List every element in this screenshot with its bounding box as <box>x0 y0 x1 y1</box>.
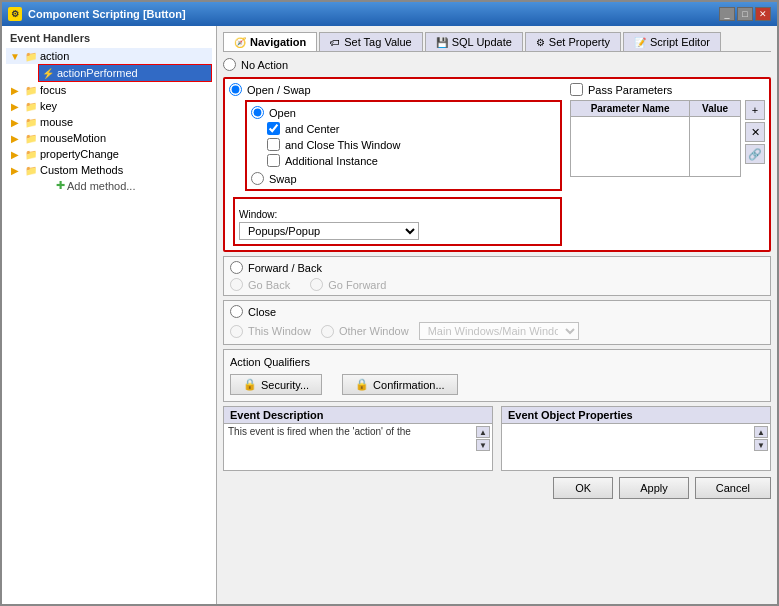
tree-item-action-performed[interactable]: ⚡ actionPerformed <box>38 64 212 82</box>
folder-icon-mouse: ▶ <box>8 115 22 129</box>
tab-set-property[interactable]: ⚙ Set Property <box>525 32 621 51</box>
security-button[interactable]: 🔒 Security... <box>230 374 322 395</box>
open-radio[interactable] <box>251 106 264 119</box>
tab-script-editor[interactable]: 📝 Script Editor <box>623 32 721 51</box>
param-name-cell <box>571 117 690 177</box>
and-center-checkbox[interactable] <box>267 122 280 135</box>
title-bar: ⚙ Component Scripting [Button] _ □ ✕ <box>2 2 777 26</box>
apply-button[interactable]: Apply <box>619 477 689 499</box>
ok-button[interactable]: OK <box>553 477 613 499</box>
event-object-section: Event Object Properties ▲ ▼ <box>501 406 771 471</box>
other-window-radio[interactable] <box>321 325 334 338</box>
confirmation-button[interactable]: 🔒 Confirmation... <box>342 374 458 395</box>
tab-set-tag-value[interactable]: 🏷 Set Tag Value <box>319 32 422 51</box>
swap-label: Swap <box>269 173 297 185</box>
no-action-radio[interactable] <box>223 58 236 71</box>
tab-sql-update[interactable]: 💾 SQL Update <box>425 32 523 51</box>
close-button[interactable]: ✕ <box>755 7 771 21</box>
tree-folder-key[interactable]: ▶ 📁 key <box>6 98 212 114</box>
tab-navigation[interactable]: 🧭 Navigation <box>223 32 317 51</box>
sql-update-tab-label: SQL Update <box>452 36 512 48</box>
this-window-radio-label[interactable]: This Window <box>230 325 311 338</box>
folder-icon-focus: ▶ <box>8 83 22 97</box>
tree-folder-focus[interactable]: ▶ 📁 focus <box>6 82 212 98</box>
mouse-folder-icon: 📁 <box>24 115 38 129</box>
focus-folder-icon: 📁 <box>24 83 38 97</box>
event-icon: ⚡ <box>41 66 55 80</box>
and-center-checkbox-label[interactable]: and Center <box>267 122 556 135</box>
tree-folder-action[interactable]: ▼ 📁 action <box>6 48 212 64</box>
left-panel: Event Handlers ▼ 📁 action ⚡ actionPerfor… <box>2 26 217 604</box>
security-btn-label: Security... <box>261 379 309 391</box>
params-table: Parameter Name Value <box>570 100 741 177</box>
qualifier-buttons: 🔒 Security... 🔒 Confirmation... <box>230 374 764 395</box>
set-property-tab-icon: ⚙ <box>536 37 545 48</box>
minimize-button[interactable]: _ <box>719 7 735 21</box>
key-folder-icon: 📁 <box>24 99 38 113</box>
event-desc-scrollbar: ▲ ▼ <box>476 426 490 451</box>
additional-instance-checkbox[interactable] <box>267 154 280 167</box>
tree-folder-mouse[interactable]: ▶ 📁 mouse <box>6 114 212 130</box>
action-qualifiers-section: Action Qualifiers 🔒 Security... 🔒 Confir… <box>223 349 771 402</box>
scroll-up-button[interactable]: ▲ <box>476 426 490 438</box>
tree-folder-custom-methods[interactable]: ▶ 📁 Custom Methods <box>6 162 212 178</box>
event-obj-scroll-up[interactable]: ▲ <box>754 426 768 438</box>
close-this-window-checkbox-label[interactable]: and Close This Window <box>267 138 556 151</box>
go-forward-label: Go Forward <box>328 279 386 291</box>
event-obj-scroll-down[interactable]: ▼ <box>754 439 768 451</box>
forward-back-radio[interactable] <box>230 261 243 274</box>
open-swap-radio-label[interactable]: Open / Swap <box>229 83 562 96</box>
close-radio-label[interactable]: Close <box>230 305 764 318</box>
window-select[interactable]: Popups/Popup Main Windows/Main Window 1 <box>239 222 419 240</box>
tree-folder-property-change[interactable]: ▶ 📁 propertyChange <box>6 146 212 162</box>
open-swap-section: Open / Swap Open and Center <box>223 77 771 252</box>
set-tag-value-tab-icon: 🏷 <box>330 37 340 48</box>
window-label: Window: <box>239 209 556 220</box>
add-method-link[interactable]: ✚ Add method... <box>54 178 212 193</box>
close-radio[interactable] <box>230 305 243 318</box>
forward-back-inner: Go Back Go Forward <box>230 278 764 291</box>
go-forward-radio[interactable] <box>310 278 323 291</box>
this-window-radio[interactable] <box>230 325 243 338</box>
mouse-motion-folder-icon: 📁 <box>24 131 38 145</box>
navigation-content: No Action Open / Swap <box>223 58 771 598</box>
additional-instance-checkbox-label[interactable]: Additional Instance <box>267 154 556 167</box>
content-area: Event Handlers ▼ 📁 action ⚡ actionPerfor… <box>2 26 777 604</box>
link-param-button[interactable]: 🔗 <box>745 144 765 164</box>
forward-back-radio-label[interactable]: Forward / Back <box>230 261 764 274</box>
open-swap-radio[interactable] <box>229 83 242 96</box>
close-this-window-label: and Close This Window <box>285 139 400 151</box>
right-panel: 🧭 Navigation 🏷 Set Tag Value 💾 SQL Updat… <box>217 26 777 604</box>
params-table-container: Parameter Name Value <box>570 100 765 177</box>
key-label: key <box>40 100 57 112</box>
swap-radio[interactable] <box>251 172 264 185</box>
sql-update-tab-icon: 💾 <box>436 37 448 48</box>
maximize-button[interactable]: □ <box>737 7 753 21</box>
cancel-button[interactable]: Cancel <box>695 477 771 499</box>
swap-radio-label[interactable]: Swap <box>251 172 556 185</box>
other-window-radio-label[interactable]: Other Window <box>321 325 409 338</box>
scroll-down-button[interactable]: ▼ <box>476 439 490 451</box>
delete-param-button[interactable]: ✕ <box>745 122 765 142</box>
event-desc-content: This event is fired when the 'action' of… <box>223 423 493 471</box>
add-param-button[interactable]: + <box>745 100 765 120</box>
tree-folder-mouse-motion[interactable]: ▶ 📁 mouseMotion <box>6 130 212 146</box>
navigation-tab-label: Navigation <box>250 36 306 48</box>
other-window-select[interactable]: Main Windows/Main Window 1 <box>419 322 579 340</box>
event-description-section: Event Description This event is fired wh… <box>223 406 493 471</box>
forward-back-label: Forward / Back <box>248 262 322 274</box>
script-editor-tab-label: Script Editor <box>650 36 710 48</box>
go-back-radio[interactable] <box>230 278 243 291</box>
pass-params-section: Pass Parameters Parameter Name Value <box>570 83 765 246</box>
action-label: action <box>40 50 69 62</box>
folder-expand-icon: ▼ <box>8 49 22 63</box>
go-forward-radio-label[interactable]: Go Forward <box>310 278 386 291</box>
no-action-radio-label[interactable]: No Action <box>223 58 771 71</box>
close-this-window-checkbox[interactable] <box>267 138 280 151</box>
close-inner: This Window Other Window Main Windows/Ma… <box>230 322 764 340</box>
event-desc-label: Event Description <box>223 406 493 423</box>
folder-icon-custom: ▶ <box>8 163 22 177</box>
pass-params-checkbox[interactable] <box>570 83 583 96</box>
go-back-radio-label[interactable]: Go Back <box>230 278 290 291</box>
open-radio-label[interactable]: Open <box>251 106 556 119</box>
